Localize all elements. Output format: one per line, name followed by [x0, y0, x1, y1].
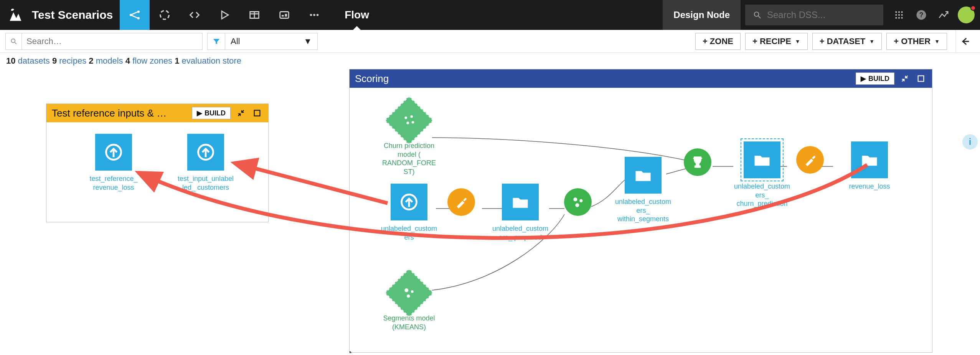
circle-icon[interactable] [150, 0, 180, 30]
zone-test-reference[interactable]: Test reference inputs & … ▶ BUILD test_r… [46, 104, 269, 222]
evalstore-count: 1 [175, 56, 179, 66]
filter-select[interactable]: All ▼ [225, 33, 317, 49]
app-logo[interactable] [7, 7, 24, 24]
chevron-down-icon: ▼ [304, 36, 312, 46]
info-button[interactable]: i [962, 134, 978, 150]
user-avatar[interactable] [958, 7, 975, 23]
dataset-test-input-unlabelled-customers[interactable]: test_input_unlabelled_ customers [177, 134, 234, 192]
flow-tab-label[interactable]: Flow [345, 0, 369, 30]
svg-point-13 [898, 11, 900, 13]
svg-line-24 [15, 42, 16, 44]
zone-collapse-icon[interactable] [899, 73, 911, 84]
models-link[interactable]: models [96, 56, 123, 66]
flow-filter[interactable]: All ▼ [207, 33, 318, 50]
chevron-down-icon: ▼ [869, 38, 874, 44]
node-label: unlabeled_customers_ churn_prediction [733, 182, 791, 208]
svg-rect-25 [254, 110, 260, 116]
zone-build-button[interactable]: ▶ BUILD [856, 72, 894, 85]
model-churn-prediction[interactable]: Churn prediction model ( RANDOM_FOREST) [380, 103, 438, 176]
dataset-unlabeled-customers[interactable]: unlabeled_customers [380, 184, 438, 242]
svg-rect-28 [918, 76, 924, 82]
recipe-prepare[interactable] [444, 188, 478, 216]
svg-point-29 [350, 351, 351, 353]
help-icon[interactable]: ? [910, 4, 932, 26]
svg-text:?: ? [919, 11, 924, 19]
flow-tab-indicator [353, 26, 361, 30]
play-icon[interactable] [210, 0, 239, 30]
recipes-link[interactable]: recipes [59, 56, 86, 66]
flow-search[interactable] [5, 33, 203, 50]
app-icon[interactable] [269, 0, 299, 30]
chevron-down-icon: ▼ [795, 38, 800, 44]
recipe-cluster-score[interactable] [561, 188, 595, 216]
zone-expand-icon[interactable] [915, 73, 927, 84]
notification-dot [970, 5, 976, 11]
svg-point-9 [317, 14, 319, 16]
svg-point-3 [160, 11, 169, 20]
collapse-panel-button[interactable] [955, 30, 975, 53]
svg-point-14 [901, 11, 902, 13]
svg-point-1 [137, 10, 140, 13]
zone-header[interactable]: Test reference inputs & … ▶ BUILD [46, 104, 268, 122]
svg-point-33 [412, 121, 414, 124]
zone-header[interactable]: Scoring ▶ BUILD [350, 69, 932, 88]
add-dataset-button[interactable]: + DATASET▼ [812, 33, 882, 50]
svg-rect-6 [285, 14, 287, 16]
zone-collapse-icon[interactable] [235, 107, 247, 119]
svg-point-8 [313, 14, 315, 16]
node-label: unlabeled_customers_ within_segments [614, 197, 672, 224]
top-nav: Test Scenarios Flow Design Node [0, 0, 980, 30]
dataset-within-segments[interactable]: unlabeled_customers_ within_segments [614, 157, 672, 224]
svg-point-17 [901, 14, 902, 16]
topnav-right-icons: ? [888, 4, 975, 26]
evalstore-link[interactable]: evaluation store [182, 56, 241, 66]
dataset-unlabeled-customers-prepared[interactable]: unlabeled_customers_ prepared [492, 184, 549, 242]
add-other-button[interactable]: + OTHER▼ [886, 33, 947, 50]
zone-expand-icon[interactable] [251, 107, 263, 119]
apps-icon[interactable] [888, 4, 910, 26]
svg-point-30 [404, 117, 407, 119]
global-search[interactable] [745, 5, 883, 25]
svg-point-31 [410, 115, 413, 118]
dashboard-icon[interactable] [239, 0, 269, 30]
recipes-count: 9 [52, 56, 57, 66]
dataset-churn-prediction[interactable]: unlabeled_customers_ churn_prediction [733, 141, 791, 208]
flow-toolbar: All ▼ + ZONE + RECIPE▼ + DATASET▼ + OTHE… [0, 30, 980, 53]
recipe-prepare-2[interactable] [793, 146, 827, 174]
zone-build-button[interactable]: ▶ BUILD [192, 107, 231, 119]
add-zone-button[interactable]: + ZONE [695, 33, 741, 50]
project-name[interactable]: Test Scenarios [32, 8, 113, 21]
dataset-revenue-loss[interactable]: revenue_loss [841, 141, 898, 191]
node-label: Churn prediction model ( RANDOM_FOREST) [380, 141, 438, 176]
svg-point-16 [898, 14, 900, 16]
code-icon[interactable] [180, 0, 210, 30]
datasets-link[interactable]: datasets [18, 56, 50, 66]
node-label: revenue_loss [849, 182, 890, 191]
node-label: test_input_unlabelled_ customers [177, 174, 234, 192]
filter-icon [208, 33, 225, 49]
global-search-input[interactable] [767, 10, 876, 20]
search-icon [753, 10, 762, 20]
recipe-score-model[interactable] [680, 148, 715, 176]
flow-icon[interactable] [120, 0, 150, 30]
design-node-badge[interactable]: Design Node [663, 0, 741, 30]
activity-icon[interactable] [932, 4, 955, 26]
models-count: 2 [89, 56, 93, 66]
flowzones-count: 4 [125, 56, 130, 66]
dataset-test-reference-revenue-loss[interactable]: test_reference_ revenue_loss [85, 134, 142, 192]
flowzones-link[interactable]: flow zones [132, 56, 172, 66]
add-recipe-button[interactable]: + RECIPE▼ [745, 33, 808, 50]
nav-icons [120, 0, 329, 30]
flow-tab-text: Flow [345, 9, 369, 21]
add-buttons: + ZONE + RECIPE▼ + DATASET▼ + OTHER▼ [695, 33, 947, 50]
more-icon[interactable] [299, 0, 329, 30]
flow-canvas[interactable]: Test reference inputs & … ▶ BUILD test_r… [0, 69, 980, 354]
flow-search-input[interactable] [22, 33, 202, 49]
zone-title: Scoring [355, 73, 851, 85]
model-segments[interactable]: Segments model (KMEANS) [380, 276, 438, 331]
zone-title: Test reference inputs & … [52, 107, 187, 119]
svg-point-35 [411, 290, 414, 293]
zone-scoring[interactable]: Scoring ▶ BUILD [349, 69, 932, 353]
svg-point-19 [898, 17, 900, 18]
node-label: unlabeled_customers [380, 224, 438, 242]
